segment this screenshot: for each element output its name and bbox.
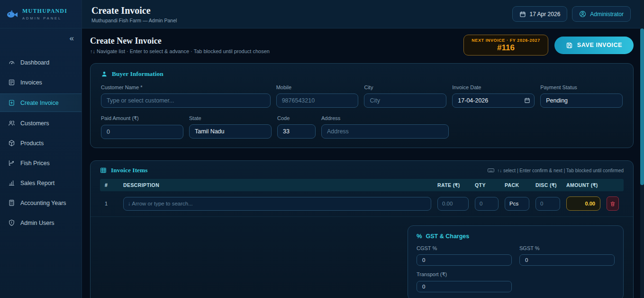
next-invoice-label: NEXT INVOICE · FY 2026-2027 bbox=[472, 38, 540, 43]
invoice-date-input[interactable] bbox=[452, 93, 535, 108]
sidebar-item-admin-users[interactable]: Admin Users bbox=[0, 214, 82, 232]
sidebar-item-fish-prices[interactable]: Fish Prices bbox=[0, 154, 82, 172]
sidebar-item-dashboard[interactable]: Dashboard bbox=[0, 54, 82, 71]
col-description: DESCRIPTION bbox=[123, 182, 431, 188]
state-input[interactable] bbox=[189, 124, 272, 139]
bar-chart-icon bbox=[8, 179, 15, 186]
items-keyboard-hint: ↑↓ select | Enter confirm & next | Tab b… bbox=[497, 168, 624, 173]
invoice-date-label: Invoice Date bbox=[452, 84, 535, 90]
qty-input[interactable] bbox=[475, 197, 499, 211]
col-rate: RATE (₹) bbox=[437, 182, 469, 188]
sidebar-item-label: Admin Users bbox=[20, 220, 54, 226]
user-icon bbox=[579, 10, 586, 18]
payment-status-select[interactable] bbox=[540, 93, 623, 108]
section-title: Create New Invoice bbox=[90, 36, 270, 46]
users-icon bbox=[8, 120, 15, 127]
sidebar-item-customers[interactable]: Customers bbox=[0, 114, 82, 132]
fish-logo-icon bbox=[6, 9, 18, 19]
calendar-icon[interactable] bbox=[524, 97, 530, 103]
row-index: 1 bbox=[105, 201, 117, 206]
gauge-icon bbox=[8, 59, 15, 66]
transport-input[interactable] bbox=[417, 281, 512, 292]
col-qty: QTY bbox=[475, 182, 499, 188]
paid-amount-label: Paid Amount (₹) bbox=[101, 115, 183, 121]
page-title: Create Invoice bbox=[91, 5, 177, 16]
table-icon bbox=[100, 167, 107, 174]
sidebar-item-label: Accounting Years bbox=[20, 200, 66, 206]
date-badge[interactable]: 17 Apr 2026 bbox=[512, 6, 568, 22]
brand-tagline: ADMIN PANEL bbox=[22, 16, 67, 20]
sidebar-nav: Dashboard Invoices Create Invoice Custom… bbox=[0, 54, 82, 232]
rate-input[interactable] bbox=[437, 197, 469, 211]
scrollbar-track[interactable] bbox=[640, 0, 644, 298]
product-search-input[interactable] bbox=[123, 197, 431, 211]
amount-value: 0.00 bbox=[566, 196, 600, 211]
payment-status-label: Payment Status bbox=[540, 84, 623, 90]
buyer-heading: Buyer Information bbox=[112, 70, 163, 78]
calendar-icon bbox=[519, 11, 526, 18]
page-subtitle: Muthupandi Fish Farm — Admin Panel bbox=[91, 18, 177, 23]
paid-amount-input[interactable] bbox=[101, 125, 183, 139]
date-badge-label: 17 Apr 2026 bbox=[530, 11, 561, 18]
discount-input[interactable] bbox=[535, 197, 560, 211]
items-table-header: # DESCRIPTION RATE (₹) QTY PACK DISC (₹)… bbox=[100, 179, 624, 191]
keyboard-icon bbox=[488, 168, 494, 173]
save-invoice-button[interactable]: SAVE INVOICE bbox=[554, 37, 634, 54]
invoice-items-card: Invoice Items ↑↓ select | Enter confirm … bbox=[90, 160, 634, 298]
sidebar-item-accounting-years[interactable]: Accounting Years bbox=[0, 194, 82, 212]
customer-name-label: Customer Name * bbox=[101, 84, 271, 90]
line-chart-icon bbox=[8, 159, 15, 167]
next-invoice-badge: NEXT INVOICE · FY 2026-2027 #116 bbox=[463, 35, 548, 56]
sidebar: MUTHUPANDI ADMIN PANEL « Dashboard Invoi… bbox=[0, 0, 82, 298]
scrollbar-thumb[interactable] bbox=[640, 28, 644, 185]
sidebar-item-label: Fish Prices bbox=[20, 160, 50, 167]
mobile-input[interactable] bbox=[276, 93, 359, 108]
cube-icon bbox=[8, 140, 15, 147]
sidebar-item-label: Products bbox=[20, 140, 44, 147]
transport-label: Transport (₹) bbox=[417, 271, 512, 278]
sgst-label: SGST % bbox=[519, 245, 615, 251]
city-label: City bbox=[364, 84, 446, 90]
sidebar-item-label: Sales Report bbox=[20, 180, 54, 186]
shield-icon bbox=[8, 219, 15, 226]
item-row: 1 0.00 bbox=[100, 191, 624, 216]
save-invoice-label: SAVE INVOICE bbox=[577, 42, 622, 48]
col-amount: AMOUNT (₹) bbox=[566, 182, 600, 188]
sidebar-item-sales-report[interactable]: Sales Report bbox=[0, 174, 82, 192]
city-input[interactable] bbox=[364, 93, 446, 108]
delete-row-button[interactable] bbox=[607, 196, 619, 211]
next-invoice-number: #116 bbox=[472, 43, 540, 53]
sidebar-collapse-button[interactable]: « bbox=[70, 34, 74, 42]
gst-charges-card: % GST & Charges CGST % SGST % Transport … bbox=[408, 225, 624, 298]
address-label: Address bbox=[321, 115, 449, 121]
address-input[interactable] bbox=[321, 124, 449, 139]
customer-name-input[interactable] bbox=[101, 93, 271, 108]
sgst-input[interactable] bbox=[519, 254, 615, 266]
cgst-label: CGST % bbox=[417, 245, 512, 251]
document-plus-icon bbox=[8, 99, 15, 106]
state-label: State bbox=[189, 115, 272, 121]
person-icon bbox=[101, 71, 108, 77]
user-badge[interactable]: Administrator bbox=[572, 6, 631, 22]
trash-icon bbox=[610, 201, 616, 207]
calculator-icon bbox=[8, 199, 15, 206]
sidebar-item-invoices[interactable]: Invoices bbox=[0, 74, 82, 91]
invoice-list-icon bbox=[8, 79, 15, 86]
sidebar-item-label: Create Invoice bbox=[20, 100, 59, 106]
sidebar-item-create-invoice[interactable]: Create Invoice bbox=[0, 93, 82, 112]
sidebar-item-label: Dashboard bbox=[20, 59, 49, 66]
user-badge-label: Administrator bbox=[590, 11, 624, 18]
content: Create New Invoice ↑↓ Navigate list · En… bbox=[82, 28, 644, 298]
topbar: Create Invoice Muthupandi Fish Farm — Ad… bbox=[82, 0, 644, 28]
cgst-input[interactable] bbox=[417, 254, 512, 266]
save-icon bbox=[566, 42, 573, 49]
sidebar-item-label: Invoices bbox=[20, 79, 42, 86]
state-code-input[interactable] bbox=[277, 124, 316, 139]
col-index: # bbox=[105, 182, 117, 188]
col-pack: PACK bbox=[505, 182, 529, 188]
main-area: Create Invoice Muthupandi Fish Farm — Ad… bbox=[82, 0, 644, 298]
mobile-label: Mobile bbox=[276, 84, 359, 90]
pack-select[interactable] bbox=[505, 197, 529, 211]
col-disc: DISC (₹) bbox=[535, 182, 560, 188]
sidebar-item-products[interactable]: Products bbox=[0, 134, 82, 152]
